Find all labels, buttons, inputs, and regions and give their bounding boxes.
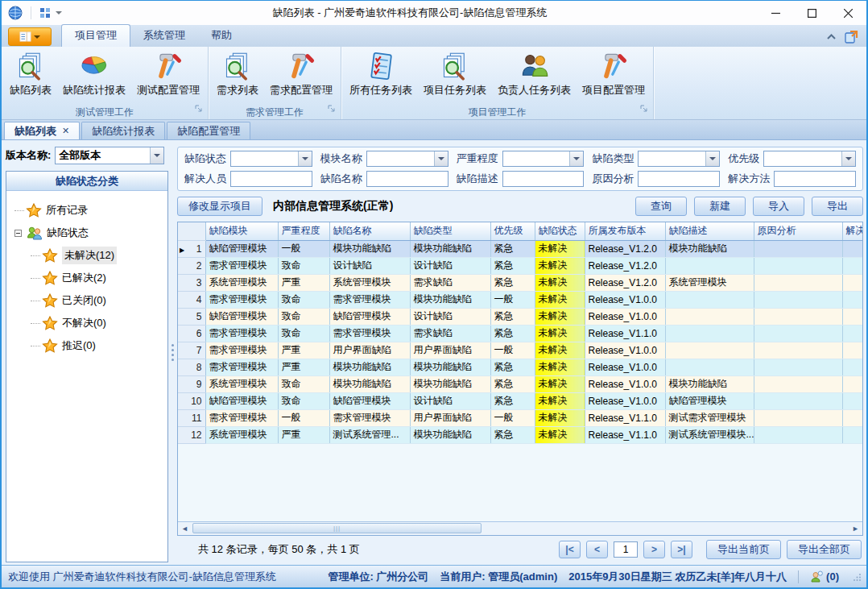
table-cell[interactable]: 紧急 [490,392,535,409]
table-cell[interactable]: 用户界面缺陷 [410,342,490,359]
document-tab-2[interactable]: 缺陷统计报表 [81,122,165,139]
table-cell[interactable]: 系统管理模块 [205,274,278,291]
ribbon-button[interactable]: 测试配置管理 [131,48,205,99]
first-page-button[interactable]: |< [559,541,581,558]
table-cell[interactable] [842,392,863,409]
table-cell[interactable]: 系统管理模块 [329,274,410,291]
table-cell[interactable] [754,359,842,375]
table-cell[interactable]: Release_V1.0.0 [585,308,665,325]
table-cell[interactable]: 模块功能缺陷 [665,240,754,257]
table-cell[interactable]: Release_V1.0.0 [585,392,665,409]
table-cell[interactable]: Release_V1.1.0 [585,426,665,443]
close-button[interactable] [830,1,866,25]
document-tab-1[interactable]: 缺陷列表✕ [4,122,80,139]
table-cell[interactable] [842,257,863,274]
tab-close-icon[interactable]: ✕ [62,126,69,136]
column-header[interactable]: 优先级 [490,222,535,240]
table-cell[interactable]: 紧急 [490,274,535,291]
table-cell[interactable]: 需求管理模块 [205,409,278,426]
table-cell[interactable]: 未解决 [535,342,585,359]
table-cell[interactable]: 用户界面缺陷 [410,409,490,426]
modify-display-items-button[interactable]: 修改显示项目 [177,197,262,216]
message-indicator[interactable]: (0) [810,570,839,583]
dialog-launcher-icon[interactable] [328,102,336,116]
table-cell[interactable]: 需求管理模块 [329,325,410,342]
new-button[interactable]: 新建 [694,197,746,216]
table-cell[interactable]: 紧急 [490,375,535,392]
table-cell[interactable]: 一般 [490,291,535,308]
table-cell[interactable]: 模块功能缺陷 [410,240,490,257]
minimize-button[interactable] [758,1,794,25]
column-header[interactable]: 缺陷模块 [205,222,278,240]
column-header[interactable]: 缺陷描述 [665,222,754,240]
ribbon-button[interactable]: 需求配置管理 [264,48,338,99]
ribbon-tab-2[interactable]: 系统管理 [130,25,198,47]
dialog-launcher-icon[interactable] [640,102,648,116]
table-cell[interactable] [754,274,842,291]
table-cell[interactable]: 缺陷管理模块 [205,240,278,257]
export-current-page-button[interactable]: 导出当前页 [706,540,781,559]
export-all-pages-button[interactable]: 导出全部页 [787,540,862,559]
table-cell[interactable]: 致命 [278,308,329,325]
maximize-button[interactable] [794,1,830,25]
table-cell[interactable]: 设计缺陷 [329,257,410,274]
table-cell[interactable]: 一般 [490,342,535,359]
table-row[interactable]: 2需求管理模块致命设计缺陷设计缺陷紧急未解决Release_V1.2.0 [178,257,863,274]
table-cell[interactable] [665,308,754,325]
ribbon-tab-1[interactable]: 项目管理 [61,24,130,47]
table-cell[interactable]: Release_V1.0.0 [585,291,665,308]
table-cell[interactable]: 模块功能缺陷 [665,375,754,392]
page-number-input[interactable] [614,541,638,558]
chevron-down-icon[interactable] [569,151,583,166]
ribbon-button[interactable]: 所有任务列表 [344,48,418,99]
table-cell[interactable]: 测试系统管理模块... [665,426,754,443]
tree-item-4[interactable]: 已解决(2) [13,267,166,289]
filter-input[interactable] [230,171,312,187]
ribbon-button[interactable]: 需求列表 [211,48,264,99]
table-cell[interactable] [665,342,754,359]
table-cell[interactable]: 未解决 [535,291,585,308]
column-header[interactable]: 缺陷名称 [329,222,410,240]
tree-item-3[interactable]: 未解决(12) [13,244,166,267]
table-cell[interactable] [665,257,754,274]
table-cell[interactable] [842,308,863,325]
table-cell[interactable]: Release_V1.2.0 [585,240,665,257]
table-cell[interactable] [842,409,863,426]
column-header[interactable]: 严重程度 [278,222,329,240]
table-row[interactable]: 6需求管理模块致命需求管理模块需求缺陷紧急未解决Release_V1.1.0 [178,325,863,342]
quick-access-icon[interactable] [39,7,51,19]
scrollbar-thumb[interactable]: ||| [192,523,482,533]
panel-splitter[interactable] [168,140,177,565]
table-row[interactable]: 9系统管理模块致命模块功能缺陷模块功能缺陷紧急未解决Release_V1.0.0… [178,375,863,392]
filter-combo[interactable] [502,151,585,167]
table-cell[interactable] [754,308,842,325]
prev-page-button[interactable]: < [586,541,608,558]
table-cell[interactable]: 需求管理模块 [205,291,278,308]
table-row[interactable]: 3系统管理模块严重系统管理模块需求缺陷紧急未解决Release_V1.2.0系统… [178,274,863,291]
table-cell[interactable] [665,325,754,342]
table-cell[interactable]: 缺陷管理模块 [665,392,754,409]
table-cell[interactable]: 紧急 [490,308,535,325]
table-cell[interactable] [665,359,754,375]
table-row[interactable]: 11需求管理模块一般需求管理模块用户界面缺陷一般未解决Release_V1.1.… [178,409,863,426]
table-cell[interactable]: 用户界面缺陷 [329,342,410,359]
table-cell[interactable]: 需求缺陷 [410,274,490,291]
chevron-down-icon[interactable] [841,151,855,166]
table-cell[interactable]: 致命 [278,325,329,342]
table-row[interactable]: 4需求管理模块致命需求管理模块模块功能缺陷一般未解决Release_V1.0.0 [178,291,863,308]
table-cell[interactable]: 紧急 [490,359,535,375]
export-button[interactable]: 导出 [812,197,863,216]
table-cell[interactable] [842,375,863,392]
table-cell[interactable]: 一般 [278,240,329,257]
table-cell[interactable]: 需求缺陷 [410,325,490,342]
table-cell[interactable]: 未解决 [535,240,585,257]
table-cell[interactable]: 未解决 [535,325,585,342]
tree-expander-icon[interactable] [14,230,22,237]
column-header[interactable]: 所属发布版本 [585,222,665,240]
table-cell[interactable]: 紧急 [490,257,535,274]
resize-grip-icon[interactable] [854,573,862,581]
table-cell[interactable]: 未解决 [535,375,585,392]
table-cell[interactable]: 系统管理模块 [205,375,278,392]
table-cell[interactable]: 缺陷管理模块 [205,308,278,325]
ribbon-button[interactable]: 项目任务列表 [418,48,492,99]
